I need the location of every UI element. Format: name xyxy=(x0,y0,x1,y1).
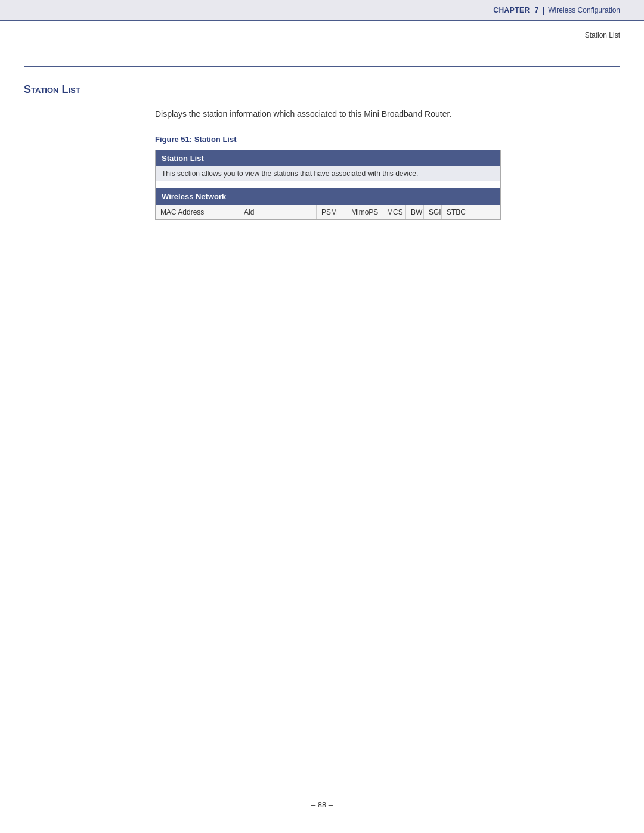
footer-page-number: – 88 – xyxy=(0,800,644,809)
header-bar: Chapter 7 | Wireless Configuration xyxy=(0,0,644,21)
col-mac-address: MAC Address xyxy=(156,205,239,219)
col-aid: Aid xyxy=(239,205,317,219)
station-list-table: Station List This section allows you to … xyxy=(155,150,501,220)
header-pipe: | xyxy=(543,5,545,15)
table-header: Station List xyxy=(156,150,500,166)
col-stbc: STBC xyxy=(442,205,466,219)
header-title: Wireless Configuration xyxy=(548,6,620,14)
section-title: Station List xyxy=(24,83,620,96)
col-psm: PSM xyxy=(317,205,346,219)
col-bw: BW xyxy=(406,205,424,219)
main-content: Station List Displays the station inform… xyxy=(24,72,620,220)
description-text: Displays the station information which a… xyxy=(155,108,620,120)
table-columns: MAC Address Aid PSM MimoPS MCS BW SGI ST… xyxy=(156,205,500,219)
section-divider xyxy=(24,66,620,67)
col-mimops: MimoPS xyxy=(346,205,382,219)
table-spacer xyxy=(156,181,500,188)
table-info-row: This section allows you to view the stat… xyxy=(156,166,500,181)
figure-label: Figure 51: Station List xyxy=(155,135,620,144)
chapter-label: Chapter 7 xyxy=(493,6,538,14)
header-subtitle: Station List xyxy=(585,31,620,39)
col-mcs: MCS xyxy=(382,205,406,219)
table-network-header: Wireless Network xyxy=(156,188,500,205)
col-sgi: SGI xyxy=(424,205,442,219)
